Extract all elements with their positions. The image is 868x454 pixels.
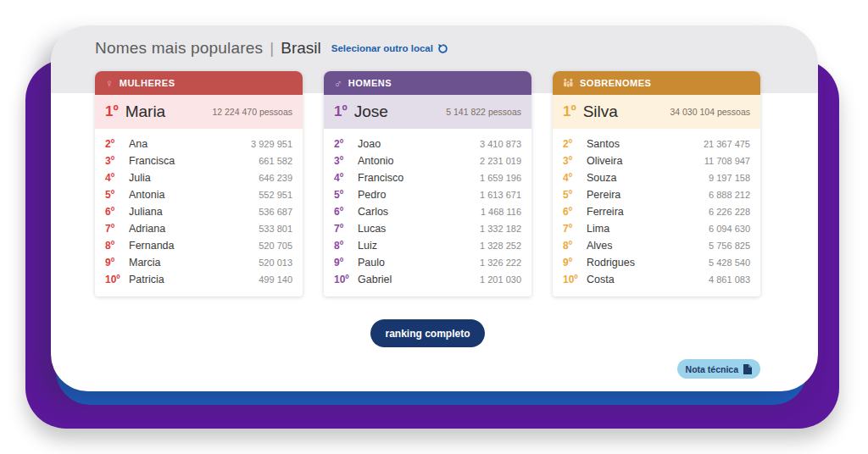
rank-list: 2ºAna3 929 951 3ºFrancisca661 582 4ºJuli… (95, 129, 303, 296)
name: Alves (587, 240, 613, 252)
select-other-location-link[interactable]: Selecionar outro local (331, 43, 448, 54)
rank-row: 8ºAlves5 756 825 (563, 237, 750, 254)
count: 2 231 019 (480, 156, 521, 166)
rank-row: 7ºLima6 094 630 (563, 220, 750, 237)
rank-number: 6º (334, 206, 358, 218)
rank-row: 3ºFrancisca661 582 (105, 152, 292, 169)
name: Lima (587, 223, 609, 235)
name: Santos (587, 138, 620, 150)
rank-number: 4º (563, 172, 587, 184)
rank-list: 2ºSantos21 367 475 3ºOliveira11 708 947 … (553, 129, 760, 296)
count: 6 094 630 (709, 224, 750, 234)
rank-row: 10ºGabriel1 201 030 (334, 271, 521, 288)
rank-number: 3º (105, 155, 129, 167)
top-count: 34 030 104 pessoas (670, 107, 750, 117)
top-name: Maria (125, 102, 166, 121)
count: 5 428 540 (709, 257, 750, 268)
count: 520 705 (259, 241, 292, 251)
rank-row: 5ºAntonia552 951 (105, 186, 292, 203)
count: 536 687 (259, 207, 292, 217)
top-rank-row: 1º Jose 5 141 822 pessoas (324, 95, 531, 129)
rank-number: 2º (563, 138, 587, 150)
name: Adriana (129, 223, 165, 235)
rank-row: 10ºPatricia499 140 (105, 271, 292, 288)
count: 21 367 475 (704, 139, 750, 149)
count: 1 201 030 (480, 274, 521, 285)
name: Marcia (129, 257, 161, 269)
rank-row: 6ºCarlos1 468 116 (334, 203, 521, 220)
name: Luiz (358, 240, 377, 252)
refresh-icon[interactable] (437, 43, 448, 54)
name: Rodrigues (587, 257, 635, 269)
card-mulheres-title: MULHERES (120, 78, 175, 88)
document-icon (743, 364, 752, 374)
rank-number: 6º (105, 206, 129, 218)
name: Juliana (129, 206, 163, 218)
rank-number: 9º (105, 257, 129, 269)
family-icon (563, 78, 574, 88)
name: Costa (587, 274, 615, 285)
rank-number: 2º (105, 138, 129, 150)
rank-number: 8º (334, 240, 358, 252)
name: Carlos (358, 206, 388, 218)
card-sobrenomes-header: SOBRENOMES (553, 71, 760, 95)
rank-number: 4º (105, 172, 129, 184)
name: Patricia (129, 274, 164, 285)
technical-note-label: Nota técnica (686, 364, 738, 374)
card-mulheres-header: ♀ MULHERES (95, 71, 303, 95)
count: 4 861 083 (709, 274, 750, 285)
rank-number: 2º (334, 138, 358, 150)
rank-row: 7ºLucas1 332 182 (334, 220, 521, 237)
count: 533 801 (259, 224, 292, 234)
card-mulheres: ♀ MULHERES 1º Maria 12 224 470 pessoas 2… (95, 71, 303, 296)
technical-note-button[interactable]: Nota técnica (677, 359, 760, 379)
count: 520 013 (259, 257, 292, 268)
rank-number: 9º (334, 257, 358, 269)
rank-row: 9ºPaulo1 326 222 (334, 254, 521, 271)
card-sobrenomes: SOBRENOMES 1º Silva 34 030 104 pessoas 2… (553, 71, 760, 296)
top-rank-row: 1º Silva 34 030 104 pessoas (553, 95, 760, 129)
count: 1 613 671 (480, 190, 521, 200)
count: 11 708 947 (704, 156, 750, 166)
full-ranking-button[interactable]: ranking completo (370, 319, 485, 347)
rank-row: 6ºFerreira6 226 228 (563, 203, 750, 220)
rank-row: 9ºRodrigues5 428 540 (563, 254, 750, 271)
rank-number: 6º (563, 206, 587, 218)
rank-number: 4º (334, 172, 358, 184)
rank-number: 5º (105, 189, 129, 201)
name: Pedro (358, 189, 386, 201)
count: 499 140 (259, 274, 292, 285)
ranking-cards: ♀ MULHERES 1º Maria 12 224 470 pessoas 2… (95, 71, 760, 296)
rank-row: 2ºJoao3 410 873 (334, 136, 521, 152)
rank-row: 9ºMarcia520 013 (105, 254, 292, 271)
top-name: Silva (583, 102, 618, 121)
rank-row: 2ºAna3 929 951 (105, 136, 292, 152)
count: 1 328 252 (480, 241, 521, 251)
rank-number: 7º (334, 223, 358, 235)
name: Oliveira (587, 155, 622, 167)
rank-row: 4ºJulia646 239 (105, 169, 292, 186)
top-count: 5 141 822 pessoas (446, 107, 521, 117)
rank-number: 1º (563, 103, 576, 120)
rank-number: 10º (105, 274, 129, 285)
count: 3 410 873 (480, 139, 521, 149)
rank-list: 2ºJoao3 410 873 3ºAntonio2 231 019 4ºFra… (324, 129, 531, 296)
top-name: Jose (354, 102, 388, 121)
name: Paulo (358, 257, 385, 269)
rank-row: 2ºSantos21 367 475 (563, 136, 750, 152)
name: Antonio (358, 155, 393, 167)
rank-row: 7ºAdriana533 801 (105, 220, 292, 237)
rank-row: 4ºSouza9 197 158 (563, 169, 750, 186)
count: 1 659 196 (480, 173, 521, 183)
female-icon: ♀ (105, 78, 114, 89)
rank-number: 10º (334, 274, 358, 285)
rank-row: 3ºAntonio2 231 019 (334, 152, 521, 169)
page-title: Nomes mais populares (95, 39, 263, 58)
card-homens-header: ♂ HOMENS (324, 71, 531, 95)
rank-number: 10º (563, 274, 587, 285)
main-panel: Nomes mais populares | Brasil Selecionar… (51, 25, 818, 391)
name: Julia (129, 172, 151, 184)
rank-number: 1º (334, 103, 348, 120)
rank-number: 7º (105, 223, 129, 235)
rank-row: 6ºJuliana536 687 (105, 203, 292, 220)
